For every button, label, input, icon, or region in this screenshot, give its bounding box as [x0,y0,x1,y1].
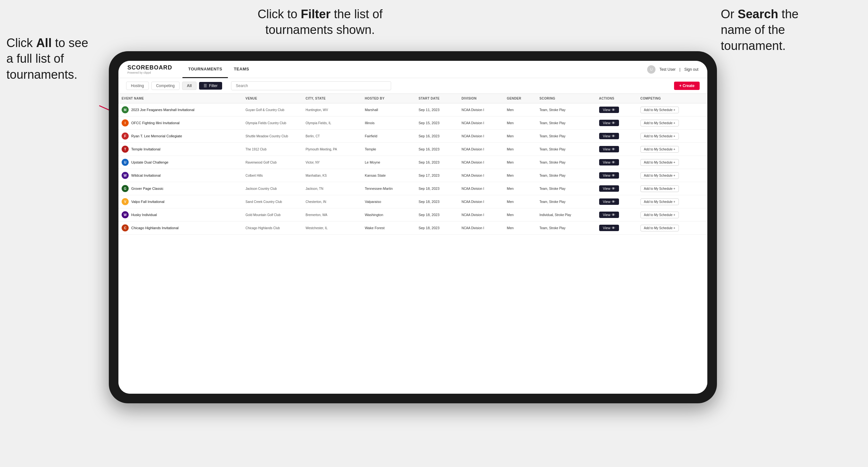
add-to-schedule-button[interactable]: Add to My Schedule + [641,225,679,231]
cell-event-name: F Ryan T. Lee Memorial Collegiate [118,130,242,143]
cell-event-name: W Wildcat Invitational [118,169,242,182]
cell-event-name: I OFCC Fighting Illini Invitational [118,117,242,130]
cell-competing: Add to My Schedule + [637,182,707,195]
cell-event-name: V Valpo Fall Invitational [118,195,242,208]
cell-city: Westchester, IL [303,221,362,235]
filter-label: Filter [209,84,218,88]
table-header-row: EVENT NAME VENUE CITY, STATE HOSTED BY S… [118,94,707,103]
cell-hosted: Le Moyne [362,156,415,169]
cell-actions: View 👁 [596,103,637,117]
sign-out-link[interactable]: Sign out [684,67,699,72]
eye-icon: 👁 [612,174,615,177]
event-name-text: 2023 Joe Feaganes Marshall Invitational [131,108,195,112]
cell-gender: Men [504,117,536,130]
cell-gender: Men [504,221,536,235]
cell-gender: Men [504,182,536,195]
cell-venue: Ravenwood Golf Club [242,156,303,169]
tab-competing[interactable]: Competing [151,82,180,90]
view-button[interactable]: View 👁 [599,212,619,218]
eye-icon: 👁 [612,147,615,151]
team-icon: I [122,119,129,126]
view-button[interactable]: View 👁 [599,133,619,139]
cell-actions: View 👁 [596,117,637,130]
table-row: V Valpo Fall Invitational Sand Creek Cou… [118,195,707,208]
add-to-schedule-button[interactable]: Add to My Schedule + [641,106,679,113]
view-button[interactable]: View 👁 [599,225,619,231]
cell-date: Sep 16, 2023 [415,143,458,156]
cell-event-name: T Temple Invitational [118,143,242,156]
cell-hosted: Temple [362,143,415,156]
cell-actions: View 👁 [596,195,637,208]
tablet-screen: SCOREBOARD Powered by clippd TOURNAMENTS… [118,61,707,394]
cell-scoring: Team, Stroke Play [536,169,596,182]
cell-venue: Gold Mountain Golf Club [242,208,303,221]
add-to-schedule-button[interactable]: Add to My Schedule + [641,198,679,205]
logo-area: SCOREBOARD Powered by clippd [127,64,172,74]
table-row: I OFCC Fighting Illini Invitational Olym… [118,117,707,130]
event-name-text: Husky Individual [131,213,157,217]
col-competing: COMPETING [637,94,707,103]
eye-icon: 👁 [612,121,615,125]
eye-icon: 👁 [612,213,615,217]
cell-scoring: Team, Stroke Play [536,143,596,156]
cell-division: NCAA Division I [458,117,504,130]
add-to-schedule-button[interactable]: Add to My Schedule + [641,172,679,179]
cell-city: Huntington, WV [303,103,362,117]
cell-venue: Jackson Country Club [242,182,303,195]
cell-actions: View 👁 [596,143,637,156]
tab-all[interactable]: All [182,82,196,90]
team-icon: C [122,224,129,231]
add-to-schedule-button[interactable]: Add to My Schedule + [641,185,679,192]
cell-division: NCAA Division I [458,208,504,221]
nav-teams[interactable]: TEAMS [228,61,255,78]
nav-tournaments[interactable]: TOURNAMENTS [182,61,228,78]
create-button[interactable]: + Create [674,82,700,90]
cell-scoring: Team, Stroke Play [536,117,596,130]
cell-venue: The 1912 Club [242,143,303,156]
col-city: CITY, STATE [303,94,362,103]
cell-gender: Men [504,195,536,208]
col-event-name: EVENT NAME [118,94,242,103]
view-button[interactable]: View 👁 [599,172,619,179]
cell-division: NCAA Division I [458,182,504,195]
cell-city: Chesterton, IN [303,195,362,208]
cell-gender: Men [504,130,536,143]
add-to-schedule-button[interactable]: Add to My Schedule + [641,146,679,153]
add-to-schedule-button[interactable]: Add to My Schedule + [641,120,679,126]
cell-division: NCAA Division I [458,221,504,235]
add-to-schedule-button[interactable]: Add to My Schedule + [641,159,679,166]
cell-date: Sep 18, 2023 [415,208,458,221]
add-to-schedule-button[interactable]: Add to My Schedule + [641,212,679,218]
cell-city: Olympia Fields, IL [303,117,362,130]
cell-competing: Add to My Schedule + [637,117,707,130]
cell-hosted: Marshall [362,103,415,117]
view-button[interactable]: View 👁 [599,106,619,113]
cell-hosted: Tennessee-Martin [362,182,415,195]
cell-city: Jackson, TN [303,182,362,195]
cell-hosted: Fairfield [362,130,415,143]
view-button[interactable]: View 👁 [599,185,619,192]
view-button[interactable]: View 👁 [599,146,619,152]
eye-icon: 👁 [612,108,615,112]
cell-venue: Olympia Fields Country Club [242,117,303,130]
cell-date: Sep 16, 2023 [415,156,458,169]
cell-actions: View 👁 [596,169,637,182]
event-name-text: Temple Invitational [131,147,160,151]
cell-venue: Chicago Highlands Club [242,221,303,235]
col-scoring: SCORING [536,94,596,103]
eye-icon: 👁 [612,200,615,204]
event-name-text: Ryan T. Lee Memorial Collegiate [131,134,182,138]
add-to-schedule-button[interactable]: Add to My Schedule + [641,133,679,139]
view-button[interactable]: View 👁 [599,120,619,126]
view-button[interactable]: View 👁 [599,159,619,165]
cell-scoring: Team, Stroke Play [536,156,596,169]
col-hosted-by: HOSTED BY [362,94,415,103]
tab-hosting[interactable]: Hosting [126,82,149,90]
filter-button[interactable]: ☰ Filter [199,82,222,90]
view-button[interactable]: View 👁 [599,198,619,205]
cell-city: Plymouth Meeting, PA [303,143,362,156]
cell-division: NCAA Division I [458,130,504,143]
cell-actions: View 👁 [596,156,637,169]
cell-city: Bremerton, WA [303,208,362,221]
search-input[interactable] [231,81,391,90]
